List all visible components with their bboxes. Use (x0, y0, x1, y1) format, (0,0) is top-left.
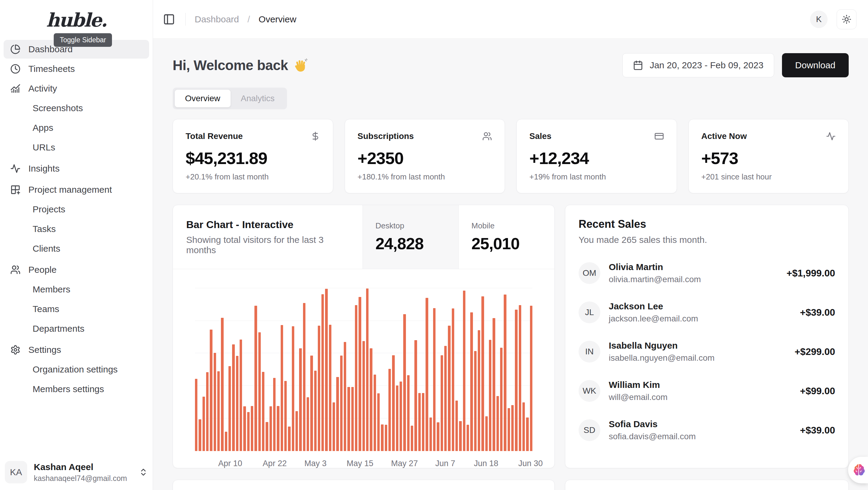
segment-mobile[interactable]: Mobile 25,010 (459, 205, 554, 269)
bar[interactable] (266, 422, 268, 451)
bar[interactable] (377, 393, 380, 451)
bar[interactable] (329, 325, 331, 451)
bar[interactable] (232, 344, 235, 451)
bar[interactable] (228, 366, 231, 451)
bar[interactable] (515, 310, 517, 451)
bar[interactable] (221, 318, 223, 451)
bar[interactable] (463, 291, 465, 451)
bar[interactable] (270, 406, 272, 451)
bar[interactable] (340, 355, 343, 451)
bar[interactable] (422, 393, 424, 451)
bar[interactable] (526, 417, 528, 451)
bar[interactable] (333, 402, 335, 451)
bar[interactable] (314, 371, 317, 451)
bar[interactable] (504, 294, 506, 451)
sidebar-item-organization-settings[interactable]: Organization settings (4, 360, 149, 379)
bar[interactable] (262, 372, 265, 451)
sidebar-item-departments[interactable]: Departments (4, 319, 149, 338)
bar[interactable] (307, 397, 309, 451)
bar[interactable] (217, 371, 220, 451)
download-button[interactable]: Download (782, 53, 849, 77)
bar[interactable] (214, 353, 216, 451)
bar[interactable] (470, 312, 473, 451)
segment-desktop[interactable]: Desktop 24,828 (363, 205, 459, 269)
bar[interactable] (493, 318, 495, 451)
bar[interactable] (299, 348, 302, 451)
bar[interactable] (392, 355, 395, 451)
bar[interactable] (414, 340, 417, 451)
bar[interactable] (489, 340, 491, 451)
bar[interactable] (288, 427, 290, 451)
bar[interactable] (273, 378, 276, 451)
sidebar-item-settings[interactable]: Settings (4, 341, 149, 359)
bar[interactable] (467, 425, 469, 451)
sidebar-toggle-button[interactable] (163, 13, 176, 26)
bar[interactable] (482, 296, 484, 451)
bar[interactable] (347, 387, 350, 451)
bar[interactable] (496, 396, 499, 451)
bar[interactable] (351, 387, 354, 451)
bar[interactable] (240, 340, 242, 451)
sidebar-item-teams[interactable]: Teams (4, 300, 149, 318)
bar[interactable] (296, 411, 298, 451)
sidebar-item-members[interactable]: Members (4, 280, 149, 299)
breadcrumb-dashboard[interactable]: Dashboard (195, 14, 239, 24)
sidebar-item-members-settings[interactable]: Members settings (4, 380, 149, 399)
sidebar-item-tasks[interactable]: Tasks (4, 220, 149, 238)
bar[interactable] (433, 308, 435, 451)
bar[interactable] (456, 401, 458, 451)
sidebar-item-timesheets[interactable]: Timesheets (4, 59, 149, 78)
bar[interactable] (336, 377, 339, 451)
bar[interactable] (236, 356, 239, 451)
bar[interactable] (203, 397, 205, 451)
sidebar-item-clients[interactable]: Clients (4, 239, 149, 258)
bar[interactable] (247, 412, 250, 451)
bar[interactable] (198, 419, 201, 451)
sidebar-item-apps[interactable]: Apps (4, 118, 149, 137)
bar[interactable] (195, 379, 197, 451)
bar[interactable] (292, 326, 294, 451)
bar[interactable] (519, 305, 521, 451)
bar[interactable] (310, 355, 313, 451)
tab-analytics[interactable]: Analytics (230, 90, 285, 107)
theme-toggle-button[interactable] (837, 9, 857, 29)
bar[interactable] (396, 385, 398, 451)
bar[interactable] (522, 402, 525, 451)
bar[interactable] (225, 432, 227, 451)
bar[interactable] (485, 416, 488, 451)
bar[interactable] (359, 297, 361, 451)
bar[interactable] (426, 298, 428, 451)
bar[interactable] (344, 342, 346, 451)
bar[interactable] (370, 348, 372, 451)
sidebar-user-menu[interactable]: KA Kashan Aqeel kashanaqeel74@gmail.com (5, 461, 148, 483)
bar[interactable] (403, 314, 406, 451)
bar[interactable] (318, 326, 320, 451)
bar[interactable] (281, 325, 283, 451)
bar[interactable] (407, 375, 409, 451)
bar[interactable] (511, 405, 514, 451)
bar[interactable] (459, 421, 462, 451)
bar[interactable] (400, 381, 402, 451)
bar[interactable] (374, 375, 376, 451)
bar[interactable] (500, 348, 502, 451)
account-avatar[interactable]: K (810, 10, 828, 28)
bar[interactable] (355, 305, 357, 451)
bar[interactable] (325, 289, 328, 451)
sidebar-item-activity[interactable]: Activity (4, 79, 149, 98)
bar[interactable] (411, 426, 413, 451)
bar[interactable] (284, 381, 287, 451)
sidebar-item-people[interactable]: People (4, 260, 149, 279)
sidebar-item-insights[interactable]: Insights (4, 159, 149, 178)
tab-overview[interactable]: Overview (175, 90, 230, 107)
bar[interactable] (254, 306, 257, 451)
bar[interactable] (385, 425, 387, 451)
bar[interactable] (210, 329, 212, 451)
bar[interactable] (206, 372, 209, 451)
sidebar-item-urls[interactable]: URLs (4, 138, 149, 157)
bar[interactable] (437, 422, 439, 451)
bar[interactable] (478, 330, 480, 451)
bar[interactable] (258, 332, 261, 451)
bar[interactable] (303, 303, 305, 451)
date-range-picker[interactable]: Jan 20, 2023 - Feb 09, 2023 (622, 53, 774, 77)
bar[interactable] (389, 369, 391, 451)
